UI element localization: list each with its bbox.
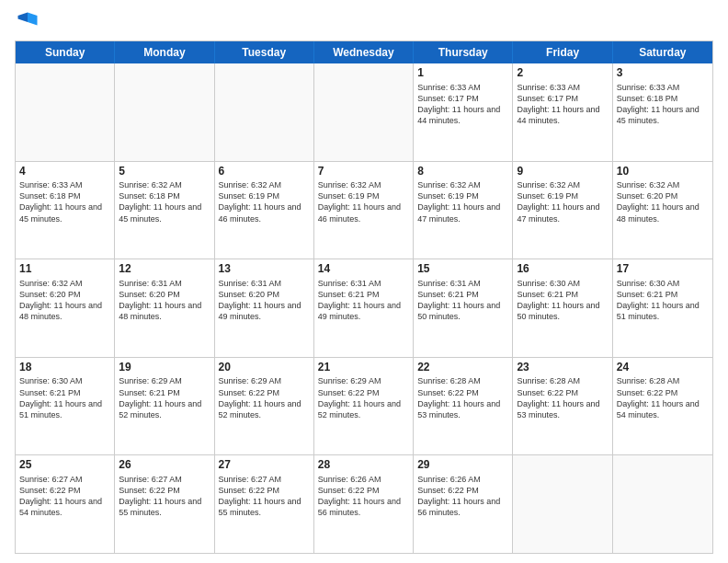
day-number: 22	[417, 361, 508, 375]
day-number: 27	[219, 458, 310, 473]
page: Sunday Monday Tuesday Wednesday Thursday…	[0, 0, 728, 563]
day-info: Sunrise: 6:32 AM Sunset: 6:19 PM Dayligh…	[219, 179, 310, 224]
day-info: Sunrise: 6:31 AM Sunset: 6:20 PM Dayligh…	[219, 278, 310, 323]
calendar-week-2: 4Sunrise: 6:33 AM Sunset: 6:18 PM Daylig…	[16, 162, 712, 260]
cal-cell: 14Sunrise: 6:31 AM Sunset: 6:21 PM Dayli…	[314, 259, 414, 357]
cal-cell: 29Sunrise: 6:26 AM Sunset: 6:22 PM Dayli…	[414, 455, 513, 553]
day-info: Sunrise: 6:33 AM Sunset: 6:18 PM Dayligh…	[19, 179, 110, 224]
cal-cell: 6Sunrise: 6:32 AM Sunset: 6:19 PM Daylig…	[215, 162, 314, 259]
header-tuesday: Tuesday	[215, 41, 314, 63]
calendar-week-4: 18Sunrise: 6:30 AM Sunset: 6:21 PM Dayli…	[16, 358, 712, 456]
cal-cell: 15Sunrise: 6:31 AM Sunset: 6:21 PM Dayli…	[414, 259, 513, 357]
cal-cell	[513, 455, 612, 553]
day-info: Sunrise: 6:30 AM Sunset: 6:21 PM Dayligh…	[517, 278, 608, 323]
cal-cell: 20Sunrise: 6:29 AM Sunset: 6:22 PM Dayli…	[215, 358, 314, 455]
cal-cell	[115, 63, 214, 161]
header-sunday: Sunday	[16, 41, 115, 63]
day-number: 5	[119, 165, 210, 179]
cal-cell: 3Sunrise: 6:33 AM Sunset: 6:18 PM Daylig…	[613, 63, 712, 161]
cal-cell: 12Sunrise: 6:31 AM Sunset: 6:20 PM Dayli…	[115, 259, 214, 357]
cal-cell: 25Sunrise: 6:27 AM Sunset: 6:22 PM Dayli…	[16, 455, 115, 553]
day-number: 4	[19, 165, 110, 179]
day-info: Sunrise: 6:29 AM Sunset: 6:22 PM Dayligh…	[219, 375, 310, 420]
day-info: Sunrise: 6:32 AM Sunset: 6:18 PM Dayligh…	[119, 179, 210, 224]
day-number: 28	[318, 458, 409, 473]
cal-cell	[16, 63, 115, 161]
svg-marker-2	[18, 13, 28, 23]
cal-cell: 9Sunrise: 6:32 AM Sunset: 6:19 PM Daylig…	[513, 162, 612, 259]
cal-cell: 10Sunrise: 6:32 AM Sunset: 6:20 PM Dayli…	[613, 162, 712, 259]
day-number: 12	[119, 262, 210, 277]
day-number: 21	[318, 361, 409, 375]
cal-cell: 17Sunrise: 6:30 AM Sunset: 6:21 PM Dayli…	[613, 259, 712, 357]
header-friday: Friday	[513, 41, 612, 63]
day-info: Sunrise: 6:27 AM Sunset: 6:22 PM Dayligh…	[119, 474, 210, 519]
day-number: 19	[119, 361, 210, 375]
cal-cell: 28Sunrise: 6:26 AM Sunset: 6:22 PM Dayli…	[314, 455, 414, 553]
day-info: Sunrise: 6:28 AM Sunset: 6:22 PM Dayligh…	[617, 375, 709, 420]
cal-cell: 7Sunrise: 6:32 AM Sunset: 6:19 PM Daylig…	[314, 162, 414, 259]
day-info: Sunrise: 6:33 AM Sunset: 6:18 PM Dayligh…	[617, 82, 709, 127]
logo	[15, 9, 44, 35]
svg-marker-1	[28, 13, 38, 26]
day-number: 17	[617, 262, 709, 277]
day-info: Sunrise: 6:32 AM Sunset: 6:20 PM Dayligh…	[19, 278, 110, 323]
day-info: Sunrise: 6:33 AM Sunset: 6:17 PM Dayligh…	[517, 82, 608, 127]
cal-cell: 27Sunrise: 6:27 AM Sunset: 6:22 PM Dayli…	[215, 455, 314, 553]
day-number: 2	[517, 66, 608, 81]
day-number: 16	[517, 262, 608, 277]
day-number: 18	[19, 361, 110, 375]
day-info: Sunrise: 6:31 AM Sunset: 6:21 PM Dayligh…	[318, 278, 409, 323]
cal-cell: 22Sunrise: 6:28 AM Sunset: 6:22 PM Dayli…	[414, 358, 513, 455]
day-number: 1	[417, 66, 508, 81]
cal-cell: 19Sunrise: 6:29 AM Sunset: 6:21 PM Dayli…	[115, 358, 214, 455]
cal-cell: 8Sunrise: 6:32 AM Sunset: 6:19 PM Daylig…	[414, 162, 513, 259]
day-info: Sunrise: 6:32 AM Sunset: 6:19 PM Dayligh…	[318, 179, 409, 224]
calendar: Sunday Monday Tuesday Wednesday Thursday…	[15, 40, 713, 554]
cal-cell: 18Sunrise: 6:30 AM Sunset: 6:21 PM Dayli…	[16, 358, 115, 455]
cal-cell: 24Sunrise: 6:28 AM Sunset: 6:22 PM Dayli…	[613, 358, 712, 455]
header-thursday: Thursday	[414, 41, 513, 63]
cal-cell: 11Sunrise: 6:32 AM Sunset: 6:20 PM Dayli…	[16, 259, 115, 357]
day-number: 13	[219, 262, 310, 277]
day-number: 11	[19, 262, 110, 277]
cal-cell: 23Sunrise: 6:28 AM Sunset: 6:22 PM Dayli…	[513, 358, 612, 455]
cal-cell	[215, 63, 314, 161]
calendar-week-3: 11Sunrise: 6:32 AM Sunset: 6:20 PM Dayli…	[16, 259, 712, 358]
day-info: Sunrise: 6:27 AM Sunset: 6:22 PM Dayligh…	[219, 474, 310, 519]
calendar-week-1: 1Sunrise: 6:33 AM Sunset: 6:17 PM Daylig…	[16, 63, 712, 162]
cal-cell	[613, 455, 712, 553]
day-info: Sunrise: 6:33 AM Sunset: 6:17 PM Dayligh…	[417, 82, 508, 127]
day-info: Sunrise: 6:30 AM Sunset: 6:21 PM Dayligh…	[617, 278, 709, 323]
cal-cell: 21Sunrise: 6:29 AM Sunset: 6:22 PM Dayli…	[314, 358, 414, 455]
header-saturday: Saturday	[613, 41, 712, 63]
header	[15, 9, 713, 35]
day-number: 10	[617, 165, 709, 179]
day-number: 15	[417, 262, 508, 277]
cal-cell: 16Sunrise: 6:30 AM Sunset: 6:21 PM Dayli…	[513, 259, 612, 357]
day-info: Sunrise: 6:29 AM Sunset: 6:22 PM Dayligh…	[318, 375, 409, 420]
cal-cell: 26Sunrise: 6:27 AM Sunset: 6:22 PM Dayli…	[115, 455, 214, 553]
day-info: Sunrise: 6:30 AM Sunset: 6:21 PM Dayligh…	[19, 375, 110, 420]
day-info: Sunrise: 6:32 AM Sunset: 6:19 PM Dayligh…	[517, 179, 608, 224]
cal-cell: 13Sunrise: 6:31 AM Sunset: 6:20 PM Dayli…	[215, 259, 314, 357]
logo-icon	[15, 9, 40, 35]
header-monday: Monday	[115, 41, 214, 63]
day-number: 3	[617, 66, 709, 81]
day-number: 25	[19, 458, 110, 473]
day-number: 7	[318, 165, 409, 179]
day-number: 29	[417, 458, 508, 473]
day-info: Sunrise: 6:32 AM Sunset: 6:19 PM Dayligh…	[417, 179, 508, 224]
cal-cell: 1Sunrise: 6:33 AM Sunset: 6:17 PM Daylig…	[414, 63, 513, 161]
cal-cell: 4Sunrise: 6:33 AM Sunset: 6:18 PM Daylig…	[16, 162, 115, 259]
cal-cell	[314, 63, 414, 161]
calendar-body: 1Sunrise: 6:33 AM Sunset: 6:17 PM Daylig…	[16, 63, 712, 553]
day-info: Sunrise: 6:26 AM Sunset: 6:22 PM Dayligh…	[318, 474, 409, 519]
day-number: 6	[219, 165, 310, 179]
day-info: Sunrise: 6:29 AM Sunset: 6:21 PM Dayligh…	[119, 375, 210, 420]
day-info: Sunrise: 6:31 AM Sunset: 6:20 PM Dayligh…	[119, 278, 210, 323]
day-info: Sunrise: 6:31 AM Sunset: 6:21 PM Dayligh…	[417, 278, 508, 323]
calendar-week-5: 25Sunrise: 6:27 AM Sunset: 6:22 PM Dayli…	[16, 455, 712, 553]
day-number: 9	[517, 165, 608, 179]
day-number: 23	[517, 361, 608, 375]
